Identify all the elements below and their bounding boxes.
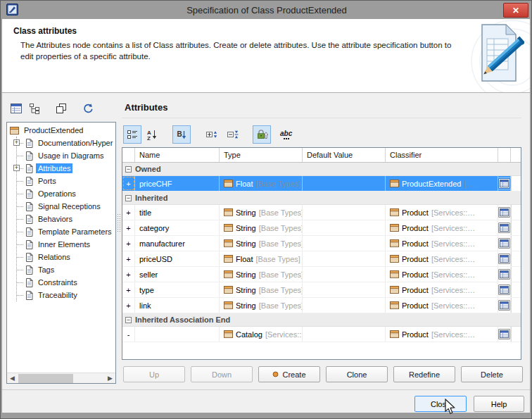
- classifier-cell[interactable]: Product[Services::…: [386, 327, 498, 342]
- default-value-cell[interactable]: [303, 176, 386, 191]
- preserve-order-button[interactable]: [253, 125, 271, 144]
- classifier-cell[interactable]: Product[Services::…: [386, 205, 498, 220]
- name-cell[interactable]: category: [135, 220, 220, 235]
- default-value-cell[interactable]: [303, 205, 386, 220]
- open-specification-button[interactable]: [498, 223, 510, 233]
- table-row[interactable]: +priceUSDFloat[Base Types]Product[Servic…: [122, 251, 521, 267]
- default-value-cell[interactable]: [303, 327, 386, 342]
- type-cell[interactable]: Float[Base Types]: [220, 251, 303, 266]
- name-cell[interactable]: [135, 327, 220, 342]
- group-row-owned[interactable]: −Owned: [122, 163, 521, 176]
- create-button[interactable]: Create: [258, 366, 320, 382]
- abc-edit-button[interactable]: abc: [277, 125, 295, 144]
- sidebar-item-traceability[interactable]: Traceability: [17, 289, 115, 301]
- open-specification-button[interactable]: [498, 329, 510, 339]
- type-cell[interactable]: String[Base Types]: [220, 205, 303, 220]
- table-row[interactable]: +typeString[Base Types]Product[Services:…: [122, 282, 521, 298]
- spec-list-button[interactable]: [8, 101, 25, 116]
- type-cell[interactable]: String[Base Types]: [220, 282, 303, 297]
- tree-horizontal-scrollbar[interactable]: ◀ ▶: [7, 373, 115, 383]
- default-value-cell[interactable]: [303, 220, 386, 235]
- tree-view-button[interactable]: [26, 101, 43, 116]
- type-cell[interactable]: String[Base Types]: [220, 267, 303, 282]
- table-row[interactable]: +sellerString[Base Types]Product[Service…: [122, 267, 521, 282]
- collapse-group-icon[interactable]: −: [125, 166, 132, 173]
- sort-by-group-button[interactable]: B: [172, 125, 191, 144]
- sidebar-item-behaviors[interactable]: Behaviors: [17, 213, 115, 225]
- help-button[interactable]: Help: [474, 396, 524, 412]
- classifier-cell[interactable]: Product[Services::…: [386, 298, 498, 313]
- scrollbar-thumb[interactable]: [18, 374, 73, 383]
- delete-button[interactable]: Delete: [461, 366, 523, 382]
- sidebar-item-template-parameters[interactable]: Template Parameters: [17, 225, 115, 238]
- default-value-cell[interactable]: [303, 298, 386, 313]
- name-cell[interactable]: title: [135, 205, 220, 220]
- name-cell[interactable]: type: [135, 282, 220, 297]
- detail-view-button[interactable]: [123, 125, 141, 144]
- column-header-type[interactable]: Type: [220, 148, 303, 162]
- collapse-group-icon[interactable]: −: [125, 317, 132, 323]
- table-row[interactable]: +priceCHFFloat[Base Types]ProductExtende…: [122, 176, 521, 192]
- close-button[interactable]: Close: [414, 396, 467, 412]
- sidebar-item-signal-receptions[interactable]: Signal Receptions: [17, 200, 115, 213]
- classifier-cell[interactable]: Product[Services::…: [386, 267, 498, 282]
- scroll-left-arrow-icon[interactable]: ◀: [7, 373, 18, 384]
- type-cell[interactable]: String[Base Types]: [220, 236, 303, 251]
- sidebar-item-documentation-hyper[interactable]: +Documentation/Hyper: [17, 137, 115, 149]
- name-cell[interactable]: link: [135, 298, 220, 313]
- default-value-cell[interactable]: [303, 267, 386, 282]
- sidebar-item-constraints[interactable]: Constraints: [17, 276, 115, 289]
- open-specification-button[interactable]: [498, 254, 510, 264]
- copy-button[interactable]: [53, 101, 70, 116]
- default-value-cell[interactable]: [303, 282, 386, 297]
- expand-plus-icon[interactable]: +: [13, 165, 20, 171]
- table-row[interactable]: +titleString[Base Types]Product[Services…: [122, 205, 521, 220]
- column-header-default-value[interactable]: Default Value: [303, 148, 386, 162]
- clone-button[interactable]: Clone: [326, 366, 388, 382]
- type-cell[interactable]: Catalog[Services::…: [220, 327, 303, 342]
- column-header-classifier[interactable]: Classifier: [386, 148, 498, 162]
- name-cell[interactable]: priceCHF: [135, 176, 220, 191]
- table-row[interactable]: -Catalog[Services::…Product[Services::…: [122, 327, 521, 342]
- open-specification-button[interactable]: [498, 178, 510, 189]
- classifier-cell[interactable]: Product[Services::…: [386, 282, 498, 297]
- type-cell[interactable]: String[Base Types]: [220, 220, 303, 235]
- open-specification-button[interactable]: [498, 207, 510, 218]
- type-cell[interactable]: Float[Base Types]: [220, 176, 303, 191]
- table-row[interactable]: +manufacturerString[Base Types]Product[S…: [122, 236, 521, 251]
- name-cell[interactable]: priceUSD: [135, 251, 220, 266]
- sidebar-item-ports[interactable]: Ports: [17, 175, 115, 187]
- group-row-inherited-association-end[interactable]: −Inherited Association End: [122, 313, 521, 327]
- sidebar-item-operations[interactable]: Operations: [17, 187, 115, 200]
- expand-plus-icon[interactable]: +: [13, 139, 20, 146]
- default-value-cell[interactable]: [303, 251, 386, 266]
- sidebar-item-usage-in-diagrams[interactable]: Usage in Diagrams: [17, 149, 115, 162]
- sidebar-item-relations[interactable]: Relations: [17, 251, 115, 263]
- group-row-inherited[interactable]: −Inherited: [122, 192, 521, 205]
- type-cell[interactable]: String[Base Types]: [220, 298, 303, 313]
- redefine-button[interactable]: Redefine: [393, 366, 455, 382]
- classifier-cell[interactable]: ProductExtended[…: [386, 176, 498, 191]
- name-cell[interactable]: seller: [135, 267, 220, 282]
- sidebar-item-inner-elements[interactable]: Inner Elements: [17, 238, 115, 251]
- open-specification-button[interactable]: [498, 300, 510, 311]
- classifier-cell[interactable]: Product[Services::…: [386, 236, 498, 251]
- collapse-nodes-button[interactable]: [223, 125, 241, 144]
- tree-root-item[interactable]: ProductExtended: [10, 124, 115, 137]
- name-cell[interactable]: manufacturer: [135, 236, 220, 251]
- open-specification-button[interactable]: [498, 284, 510, 295]
- specification-tree[interactable]: ProductExtended+Documentation/HyperUsage…: [6, 122, 116, 384]
- title-bar[interactable]: Specification of Class ProductExtended ✕: [1, 1, 532, 19]
- sort-alphabetic-button[interactable]: AZ: [143, 125, 161, 144]
- close-window-button[interactable]: ✕: [503, 3, 528, 18]
- open-specification-button[interactable]: [498, 238, 510, 249]
- table-row[interactable]: +linkString[Base Types]Product[Services:…: [122, 298, 521, 313]
- scroll-right-arrow-icon[interactable]: ▶: [105, 373, 115, 384]
- classifier-cell[interactable]: Product[Services::…: [386, 251, 498, 266]
- sidebar-item-attributes[interactable]: +Attributes: [17, 162, 115, 175]
- classifier-cell[interactable]: Product[Services::…: [386, 220, 498, 235]
- sidebar-item-tags[interactable]: Tags: [17, 263, 115, 276]
- expand-nodes-button[interactable]: [202, 125, 220, 144]
- column-header-name[interactable]: Name: [135, 148, 220, 162]
- table-row[interactable]: +categoryString[Base Types]Product[Servi…: [122, 220, 521, 236]
